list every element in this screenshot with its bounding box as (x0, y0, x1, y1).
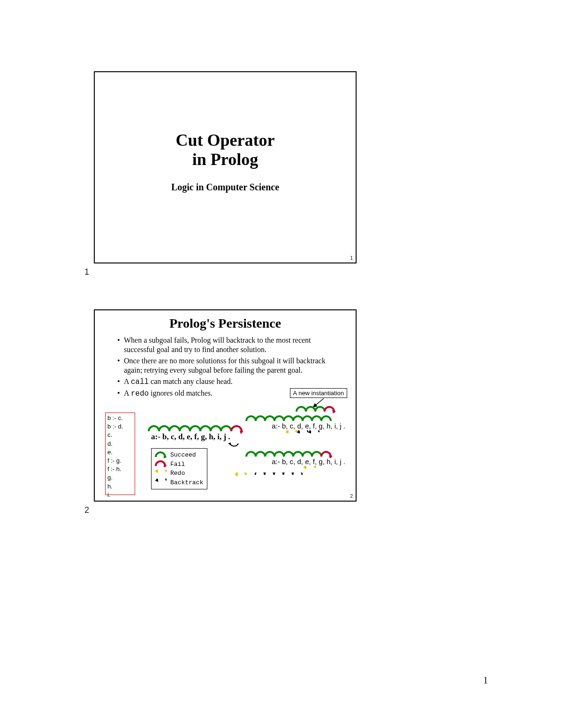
main-rule: a:- b, c, d, e, f, g, h, i, j . (151, 432, 230, 442)
legend-backtrack: Backtrack (154, 478, 203, 488)
fact: b :- c. (107, 414, 133, 422)
right-clause-1: a:- b, c, d, e, f, g, h, i, j . (272, 422, 345, 430)
right-backtrack-chain-icon (234, 473, 304, 482)
right-redo-g-icon (303, 466, 317, 474)
fact: h. (107, 482, 133, 491)
fact: g. (107, 473, 133, 482)
page-number: 1 (483, 675, 488, 686)
fact: i. (107, 491, 133, 499)
slide-2: Prolog's Persistence When a subgoal fail… (94, 309, 357, 502)
right-arcs-2-icon (244, 447, 347, 458)
legend-redo: Redo (154, 469, 203, 478)
bullet-1: When a subgoal fails, Prolog will backtr… (117, 336, 333, 354)
fail-arrow-icon (154, 460, 167, 468)
slide-1: Cut Operator in Prolog Logic in Computer… (94, 71, 357, 263)
slide1-title: Cut Operator in Prolog (95, 131, 356, 170)
slide1-subtitle: Logic in Computer Science (95, 182, 356, 193)
legend-fail: Fail (154, 460, 203, 469)
slide2-title: Prolog's Persistence (95, 316, 356, 331)
slide2-number: 2 (84, 505, 89, 515)
legend-box: Succeed Fail Redo Backtrack (151, 448, 207, 489)
redo-arrow-icon (154, 470, 167, 477)
backtrack-arrow-icon (154, 479, 167, 486)
fact: c. (107, 431, 133, 439)
fact: f :- h. (107, 465, 133, 473)
fact: f :- g. (107, 457, 133, 465)
right-clause-2: a:- b, c, d, e, f, g, h, i, j . (272, 458, 345, 465)
prolog-facts-box: b :- c. b :- d. c. d. e. f :- g. f :- h.… (105, 413, 135, 495)
slide1-number: 1 (84, 267, 89, 277)
fact: e. (107, 448, 133, 457)
right-arcs-1-icon (244, 412, 347, 423)
title-line-2: in Prolog (95, 150, 356, 169)
callout-new-instantiation: A new instantiation (290, 388, 347, 398)
slide1-inslide-number: 1 (350, 255, 353, 261)
fact: b :- d. (107, 422, 133, 431)
succeed-arrow-icon (154, 451, 167, 459)
page: Cut Operator in Prolog Logic in Computer… (0, 0, 563, 728)
backtrack-small-icon (227, 442, 240, 449)
slide2-inslide-number: 2 (350, 494, 353, 499)
right-redo-backtrack-1-icon (285, 430, 323, 439)
legend-succeed: Succeed (154, 450, 203, 460)
bullet-2: Once there are no more solutionss for th… (117, 356, 333, 375)
title-line-1: Cut Operator (95, 131, 356, 150)
bullet-3: A call can match any clause head. (117, 377, 333, 387)
fact: d. (107, 440, 133, 448)
